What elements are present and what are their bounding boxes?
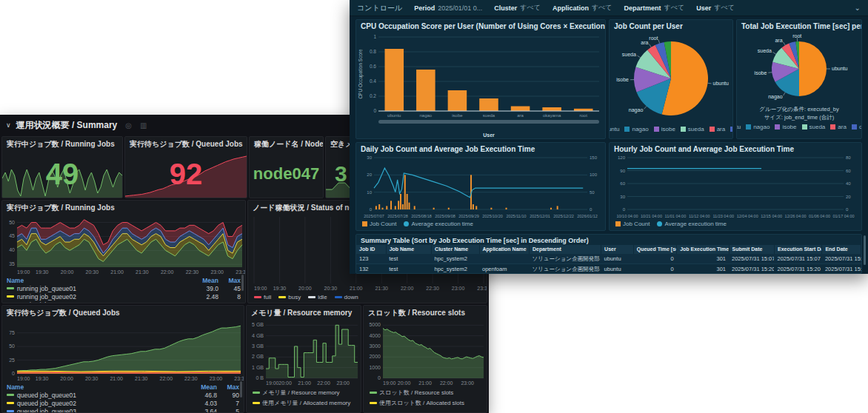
svg-text:22:00: 22:00 [440,380,453,386]
table-header-cell[interactable]: User [601,245,634,254]
legend-series-row[interactable]: queued job_queue0146.890 [7,391,239,399]
table-header-cell[interactable]: Execution Start Date [774,245,821,254]
legend-item[interactable]: Job Count [362,221,396,227]
legend-item[interactable]: isobe [654,126,675,132]
svg-text:22:30: 22:30 [426,286,439,291]
hourly-job-count-panel: Hourly Job Count and Average Job Executi… [609,142,862,231]
svg-text:root: root [792,33,801,38]
series-max: 7 [217,400,239,407]
legend-item[interactable]: nagao [624,126,648,132]
legend-label: sueda [809,124,826,130]
legend-item[interactable]: sueda [681,126,704,132]
legend-item[interactable]: okayama [852,124,861,130]
legend-item[interactable]: ara [710,126,726,132]
legend-col-mean[interactable]: Mean [184,383,217,391]
legend-item[interactable]: full [254,294,271,300]
legend-series-row[interactable]: running job_queue0139.045 [7,284,241,292]
legend-item[interactable]: メモリ量 / Resource memory [253,389,340,397]
svg-text:0: 0 [373,108,376,113]
legend-swatch [657,221,662,226]
svg-text:50: 50 [9,343,15,349]
legend-item[interactable]: スロット数 / Resource slots [370,389,453,397]
table-header-cell[interactable]: Cluster Name [432,245,479,254]
legend-item[interactable]: nagao [746,124,769,130]
table-header-cell[interactable]: Application Name [479,245,529,254]
table-header-cell[interactable]: Department [529,245,601,254]
legend-item[interactable]: busy [278,294,301,300]
svg-text:2025/07/28: 2025/07/28 [387,214,408,218]
legend-col-max[interactable]: Max [218,277,241,284]
svg-text:20:00: 20:00 [278,380,292,386]
legend-series-row[interactable]: running job_queue032.044 [7,300,241,303]
panel-title: CPU Occupation Score per User (Number of… [356,20,605,31]
legend-swatch [615,221,621,226]
legend-col-name[interactable]: Name [7,277,186,284]
filter-department[interactable]: Department すべて [624,3,685,13]
svg-text:okayama: okayama [543,113,561,118]
table-header-cell[interactable]: Submit Date [729,245,774,254]
legend-col-max[interactable]: Max [217,383,239,391]
svg-text:19:00: 19:00 [17,376,30,381]
chevron-down-icon[interactable]: ⌄ [855,4,861,12]
svg-text:1000: 1000 [369,365,381,370]
table-row[interactable]: 132testhpc_system2openfoamソリューション企画開発部ub… [356,264,861,275]
panel-title: Hourly Job Count and Average Job Executi… [610,143,861,154]
chevron-down-icon[interactable]: ∨ [6,121,11,129]
svg-text:2025/09/08: 2025/09/08 [435,214,455,218]
legend-col-name[interactable]: Name [7,383,184,391]
filter-cluster[interactable]: Cluster すべて [494,3,541,13]
filter-application[interactable]: Application すべて [552,3,612,13]
legend-item[interactable]: 使用スロット数 / Allocated slots [370,399,464,407]
daily-job-count-panel: Daily Job Count and Average Job Executio… [355,142,606,231]
svg-text:20:00: 20:00 [398,380,411,386]
legend-scrollbar[interactable] [240,381,242,397]
table-row[interactable]: 123testhpc_system2ソリューション企画開発部ubuntu0301… [356,254,861,264]
legend-item[interactable]: down [335,294,358,300]
legend-swatch [362,221,367,226]
svg-text:0: 0 [846,207,849,212]
series-swatch [7,402,14,404]
table-header-cell[interactable]: Queued Time [sec] [633,245,676,254]
x-range-slider[interactable] [378,120,599,124]
table-cell: ubuntu [601,264,634,275]
legend-item[interactable]: isobe [775,124,796,130]
legend-item[interactable]: ara [830,124,847,130]
svg-text:50: 50 [9,220,15,225]
svg-text:2025/12/22: 2025/12/22 [553,214,574,218]
legend-swatch [746,124,751,130]
series-swatch [7,287,14,289]
legend-item[interactable]: root [730,126,732,132]
legend-item[interactable]: Job Count [615,221,650,227]
table-header-cell[interactable]: Job ID [356,245,386,254]
legend-label: 使用スロット数 / Allocated slots [379,399,464,407]
legend-item[interactable]: Average execution time [404,221,473,227]
panel-title: 実行中ジョブ数 / Running Jobs [2,137,122,150]
filter-period[interactable]: Period 2025/01/01 0... [414,4,482,12]
svg-text:20:30: 20:30 [85,376,99,381]
legend-item[interactable]: sueda [802,124,826,130]
table-header-cell[interactable]: End Date [822,245,861,254]
legend-item[interactable]: ubuntu [737,124,741,130]
svg-text:90: 90 [620,169,625,173]
table-cell: test [386,254,431,264]
legend-item[interactable]: Average execution time [657,221,726,227]
panel-grid-icon[interactable]: ▥ [140,121,147,130]
table-cell: 0 [633,264,676,275]
svg-text:21:00: 21:00 [110,269,124,275]
svg-text:1 GB: 1 GB [252,365,264,370]
legend-scrollbar[interactable] [241,275,244,291]
eye-icon[interactable]: ◎ [125,121,132,130]
filter-user[interactable]: User すべて [696,3,735,13]
legend-series-row[interactable]: running job_queue022.488 [7,292,241,300]
legend-series-row[interactable]: queued job_queue024.037 [7,399,239,407]
table-scrollbar[interactable] [864,235,866,265]
table-header-cell[interactable]: Job Name [386,245,431,254]
legend-item[interactable]: 使用メモリ量 / Allocated memory [253,399,350,407]
table-header-cell[interactable]: Job Execution Time [sec] [677,245,729,254]
legend-series-row[interactable]: queued job_queue033.645 [7,407,239,412]
legend-item[interactable]: ubuntu [610,126,619,132]
legend-col-mean[interactable]: Mean [186,277,218,284]
resource-memory-panel: メモリ量 / Resource memory 0 B1 GB2 GB3 GB4 … [246,305,361,413]
controls-menu[interactable]: コントロール [357,3,402,13]
legend-item[interactable]: idle [308,294,327,300]
